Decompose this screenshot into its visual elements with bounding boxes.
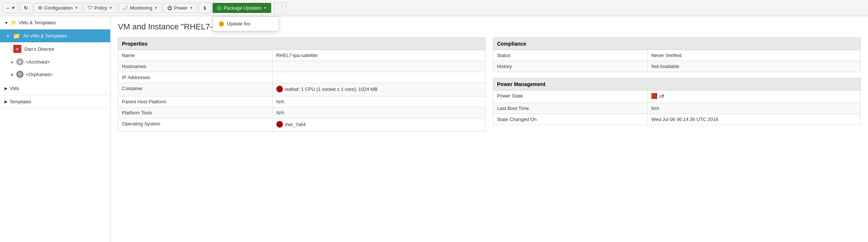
power-management-table: Power Management Power StateoffLast Boot… bbox=[493, 78, 861, 125]
prop-value: RHEL7-ipa-satellite bbox=[272, 50, 485, 61]
sidebar-item-dan-director[interactable]: D Dan's Director bbox=[0, 42, 110, 56]
html5-button[interactable]: 5 bbox=[199, 3, 211, 14]
caret-down-icon: ▼ bbox=[109, 6, 113, 10]
prop-value: redhat: 1 CPU (1 socket x 1 core), 1024 … bbox=[272, 83, 485, 96]
properties-section: Properties NameRHEL7-ipa-satelliteHostna… bbox=[118, 38, 486, 132]
back-icon: ← bbox=[6, 5, 11, 11]
tables-row: Properties NameRHEL7-ipa-satelliteHostna… bbox=[118, 38, 861, 132]
sidebar-section-vms[interactable]: ▶ VMs bbox=[0, 82, 110, 95]
orphaned-icon: O bbox=[16, 71, 24, 78]
compliance-table: Compliance StatusNever VerifiedHistoryNo… bbox=[493, 38, 861, 72]
caret-down-icon: ▼ bbox=[74, 6, 78, 10]
caret-right-icon: ▶ bbox=[4, 99, 7, 104]
toolbar: ← ▼ ↻ ⚙ Configuration ▼ 🛡 Policy ▼ 📈 Mon… bbox=[0, 0, 868, 16]
right-section: Compliance StatusNever VerifiedHistoryNo… bbox=[493, 38, 861, 132]
folder-icon: 📁 bbox=[11, 20, 17, 25]
prop-value: off bbox=[647, 90, 860, 103]
table-row: IP Addresses bbox=[118, 72, 486, 83]
caret-down-icon: ▼ bbox=[154, 6, 158, 10]
prop-value: N/A bbox=[272, 107, 485, 118]
power-off-icon: off bbox=[651, 93, 664, 99]
prop-label: Container bbox=[118, 83, 273, 96]
sidebar-section-vms-templates[interactable]: ▼ 📁 VMs & Templates bbox=[0, 16, 110, 29]
monitoring-button[interactable]: 📈 Monitoring ▼ bbox=[118, 3, 162, 13]
chart-icon: 📈 bbox=[122, 5, 128, 11]
package-updates-button[interactable]: Package Updates ▼ bbox=[213, 3, 271, 13]
back-button[interactable]: ← ▼ bbox=[2, 3, 18, 13]
prop-value bbox=[272, 72, 485, 83]
redhat-logo-icon bbox=[276, 121, 283, 128]
prop-label: Parent Host Platform bbox=[118, 96, 273, 107]
prop-label: IP Addresses bbox=[118, 72, 273, 83]
power-icon: ⏻ bbox=[167, 5, 172, 11]
redhat-icon: rhel_7x64 bbox=[276, 121, 306, 128]
table-row: Containerredhat: 1 CPU (1 socket x 1 cor… bbox=[118, 83, 486, 96]
table-row: HistoryNot Available bbox=[493, 61, 861, 72]
table-row: StatusNever Verified bbox=[493, 50, 861, 61]
main-content: VM and Instance "RHEL7-ipa-satellite" Pr… bbox=[111, 16, 868, 242]
prop-value: Never Verified bbox=[647, 50, 860, 61]
properties-table: Properties NameRHEL7-ipa-satelliteHostna… bbox=[118, 38, 486, 132]
prop-label: Last Boot Time bbox=[493, 103, 648, 114]
prop-value: Not Available bbox=[647, 61, 860, 72]
package-icon bbox=[217, 6, 222, 11]
prop-value: Wed Jul 06 06:14:36 UTC 2016 bbox=[647, 114, 860, 125]
caret-right-icon: ▶ bbox=[11, 60, 14, 64]
folder-icon: 📁 bbox=[13, 32, 20, 39]
package-updates-menu: Update foo bbox=[213, 16, 279, 31]
prop-value: rhel_7x64 bbox=[272, 118, 485, 132]
configuration-button[interactable]: ⚙ Configuration ▼ bbox=[34, 3, 82, 13]
compliance-header: Compliance bbox=[493, 38, 861, 50]
gear-icon: ⚙ bbox=[38, 5, 42, 11]
sidebar: ▼ 📁 VMs & Templates ▼ 📁 All VMs & Templa… bbox=[0, 16, 111, 242]
table-row: Power Stateoff bbox=[493, 90, 861, 103]
sidebar-item-orphaned[interactable]: ▶ O <Orphaned> bbox=[0, 68, 110, 81]
prop-label: Operating System bbox=[118, 118, 273, 132]
main-layout: ▼ 📁 VMs & Templates ▼ 📁 All VMs & Templa… bbox=[0, 16, 868, 242]
prop-label: History bbox=[493, 61, 648, 72]
sidebar-section-templates[interactable]: ▶ Templates bbox=[0, 95, 110, 108]
table-row: Platform ToolsN/A bbox=[118, 107, 486, 118]
table-row: Operating Systemrhel_7x64 bbox=[118, 118, 486, 132]
caret-down-icon: ▼ bbox=[263, 6, 267, 10]
table-row: State Changed OnWed Jul 06 06:14:36 UTC … bbox=[493, 114, 861, 125]
prop-label: Hostnames bbox=[118, 61, 273, 72]
properties-header: Properties bbox=[118, 38, 486, 50]
caret-down-icon: ▼ bbox=[189, 6, 193, 10]
prop-value: N/A bbox=[272, 96, 485, 107]
refresh-button[interactable]: ↻ bbox=[20, 3, 32, 14]
caret-down-icon: ▼ bbox=[6, 34, 10, 38]
refresh-icon: ↻ bbox=[24, 5, 28, 11]
prop-value: N/A bbox=[647, 103, 860, 114]
sidebar-item-all-vms[interactable]: ▼ 📁 All VMs & Templates bbox=[0, 29, 110, 42]
html5-icon: 5 bbox=[204, 6, 206, 10]
archived-icon: A bbox=[16, 58, 24, 65]
prop-label: Status bbox=[493, 50, 648, 61]
sidebar-item-archived[interactable]: ▶ A <Archived> bbox=[0, 56, 110, 68]
update-foo-item[interactable]: Update foo bbox=[213, 18, 279, 29]
nav-caret: ▼ bbox=[11, 6, 15, 10]
prop-label: Platform Tools bbox=[118, 107, 273, 118]
table-row: NameRHEL7-ipa-satellite bbox=[118, 50, 486, 61]
redhat-icon: redhat: 1 CPU (1 socket x 1 core), 1024 … bbox=[276, 86, 378, 92]
pdf-button[interactable]: 📄 bbox=[274, 3, 287, 14]
prop-label: State Changed On bbox=[493, 114, 648, 125]
table-row: Parent Host PlatformN/A bbox=[118, 96, 486, 107]
prop-value bbox=[272, 61, 485, 72]
pdf-icon: 📄 bbox=[277, 5, 284, 11]
policy-button[interactable]: 🛡 Policy ▼ bbox=[84, 3, 117, 13]
prop-label: Name bbox=[118, 50, 273, 61]
redhat-logo-icon bbox=[276, 86, 283, 92]
status-dot-icon bbox=[219, 21, 224, 26]
power-management-header: Power Management bbox=[493, 78, 861, 90]
power-square-icon bbox=[651, 93, 657, 99]
prop-label: Power State bbox=[493, 90, 648, 103]
director-icon: D bbox=[13, 45, 21, 53]
caret-down-icon: ▼ bbox=[4, 21, 8, 25]
table-row: Hostnames bbox=[118, 61, 486, 72]
caret-right-icon: ▶ bbox=[4, 86, 7, 91]
caret-right-icon: ▶ bbox=[11, 72, 14, 76]
shield-icon: 🛡 bbox=[88, 5, 92, 11]
power-button[interactable]: ⏻ Power ▼ bbox=[163, 3, 197, 13]
package-updates-dropdown: Package Updates ▼ Update foo bbox=[213, 3, 271, 13]
